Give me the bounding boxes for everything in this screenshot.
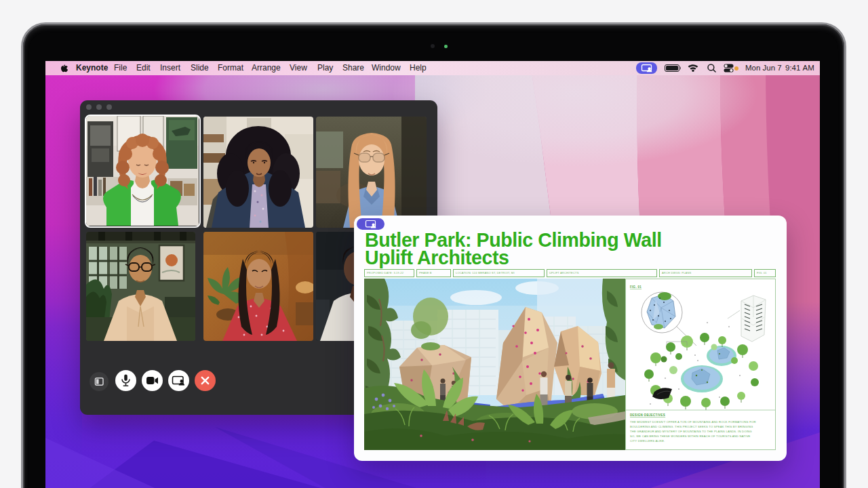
svg-text:SO, WE CAN BRING THESE WONDERS: SO, WE CAN BRING THESE WONDERS WITHIN RE… xyxy=(630,434,751,438)
svg-text:THE GRANDEUR AND MYSTERY OF MO: THE GRANDEUR AND MYSTERY OF MOUNTAINS TO… xyxy=(630,430,752,433)
svg-text:THE MIDWEST DOESN'T OFFER A TO: THE MIDWEST DOESN'T OFFER A TON OF MOUNT… xyxy=(630,420,756,424)
svg-text:CITY DWELLERS ALIKE.: CITY DWELLERS ALIKE. xyxy=(630,439,665,443)
svg-text:DESIGN OBJECTIVES: DESIGN OBJECTIVES xyxy=(630,413,665,417)
svg-text:BOULDERING AND CLIMBING. THIS: BOULDERING AND CLIMBING. THIS PROJECT SE… xyxy=(630,425,753,428)
svg-text:FIG. 01: FIG. 01 xyxy=(630,285,642,289)
